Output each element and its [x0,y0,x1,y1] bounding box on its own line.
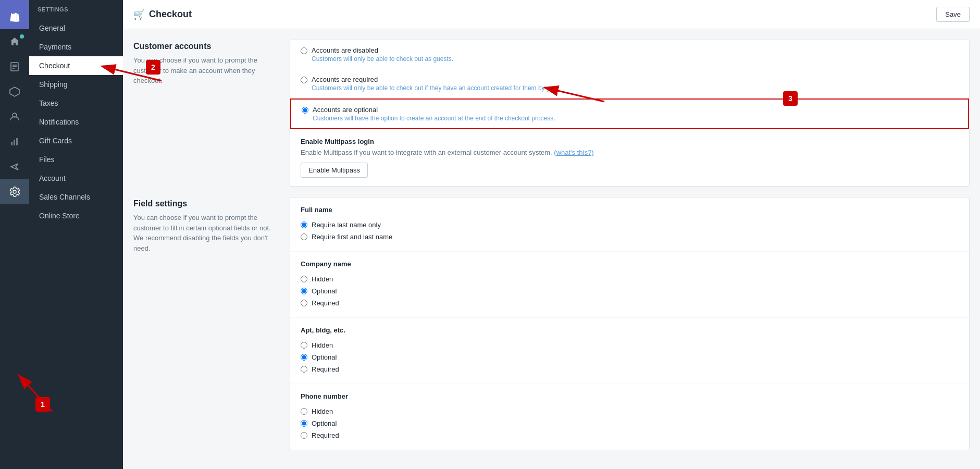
apt-label: Apt, bldg, etc. [301,326,959,334]
company-optional-radio[interactable] [301,288,307,294]
rail-analytics-icon[interactable] [0,129,29,154]
sidebar-item-account[interactable]: Account [29,169,123,188]
phone-optional[interactable]: Optional [301,417,959,429]
customer-accounts-section: Customer accounts You can choose if you … [133,40,970,187]
page-title: 🛒 Checkout [133,9,192,20]
accounts-disabled-radio[interactable] [301,47,307,54]
rail-products-icon[interactable] [0,79,29,104]
multipass-link[interactable]: (what's this?) [554,149,593,156]
customer-accounts-title: Customer accounts [133,42,279,51]
accounts-required-text: Accounts are required Customers will onl… [312,76,559,92]
company-hidden[interactable]: Hidden [301,273,959,285]
shopify-logo[interactable] [0,0,29,29]
rail-orders-icon[interactable] [0,54,29,79]
accounts-required-radio[interactable] [301,77,307,83]
save-button[interactable]: Save [936,7,970,22]
main-area: 🛒 Checkout Save Customer accounts You ca… [123,0,980,469]
company-required-radio[interactable] [301,300,307,306]
sidebar-item-gift-cards[interactable]: Gift Cards [29,131,123,150]
rail-settings-icon[interactable] [0,179,29,204]
accounts-optional-label: Accounts are optional [313,106,555,114]
customer-accounts-card: Accounts are disabled Customers will onl… [290,40,970,187]
annotation-badge-1: 1 [35,397,50,412]
apt-optional[interactable]: Optional [301,351,959,363]
apt-hidden-radio[interactable] [301,342,307,349]
annotation-badge-3: 3 [783,91,798,106]
phone-label: Phone number [301,392,959,400]
accounts-required-option[interactable]: Accounts are required Customers will onl… [290,69,969,98]
enable-multipass-button[interactable]: Enable Multipass [301,163,368,178]
phone-required[interactable]: Required [301,429,959,441]
apt-required[interactable]: Required [301,363,959,375]
full-name-first-last[interactable]: Require first and last name [301,231,959,243]
company-name-group: Company name Hidden Optional Required [290,252,969,318]
accounts-disabled-label: Accounts are disabled [312,46,453,54]
sidebar-item-checkout[interactable]: Checkout [29,56,123,75]
accounts-required-desc: Customers will only be able to check out… [312,84,559,92]
icon-rail [0,0,29,469]
sidebar-item-payments[interactable]: Payments [29,38,123,56]
accounts-optional-option[interactable]: Accounts are optional Customers will hav… [290,98,969,129]
full-name-label: Full name [301,206,959,214]
field-settings-card: Full name Require last name only Require… [290,197,970,450]
svg-rect-7 [16,138,18,145]
svg-rect-5 [11,142,13,145]
sidebar-header: SETTINGS [29,0,123,19]
accounts-disabled-option[interactable]: Accounts are disabled Customers will onl… [290,40,969,69]
sidebar-item-shipping[interactable]: Shipping [29,75,123,94]
phone-hidden[interactable]: Hidden [301,405,959,417]
accounts-optional-desc: Customers will have the option to create… [313,115,555,122]
multipass-desc: Enable Multipass if you want to integrat… [301,149,959,156]
cart-icon: 🛒 [133,9,145,20]
field-settings-left: Field settings You can choose if you wan… [133,197,279,450]
full-name-first-last-radio[interactable] [301,233,307,240]
multipass-section: Enable Multipass login Enable Multipass … [290,129,969,186]
company-optional[interactable]: Optional [301,285,959,297]
sidebar-item-files[interactable]: Files [29,150,123,169]
phone-group: Phone number Hidden Optional Required [290,384,969,450]
sidebar-item-general[interactable]: General [29,19,123,38]
multipass-title: Enable Multipass login [301,138,959,145]
rail-customers-icon[interactable] [0,104,29,129]
content-area: Customer accounts You can choose if you … [123,29,980,469]
annotation-badge-2: 2 [146,60,160,75]
rail-home-icon[interactable] [0,29,29,54]
company-hidden-radio[interactable] [301,276,307,282]
accounts-required-label: Accounts are required [312,76,559,83]
apt-hidden[interactable]: Hidden [301,339,959,351]
field-settings-title: Field settings [133,199,279,208]
rail-marketing-icon[interactable] [0,154,29,179]
full-name-last-only[interactable]: Require last name only [301,219,959,231]
sidebar-item-sales-channels[interactable]: Sales Channels [29,188,123,206]
phone-hidden-radio[interactable] [301,408,307,415]
full-name-last-only-radio[interactable] [301,221,307,228]
full-name-group: Full name Require last name only Require… [290,198,969,252]
accounts-optional-radio[interactable] [302,107,308,114]
apt-optional-radio[interactable] [301,354,307,361]
phone-optional-radio[interactable] [301,420,307,427]
accounts-disabled-text: Accounts are disabled Customers will onl… [312,46,453,63]
company-required[interactable]: Required [301,297,959,309]
svg-rect-6 [14,140,15,145]
phone-required-radio[interactable] [301,432,307,439]
apt-group: Apt, bldg, etc. Hidden Optional Required [290,318,969,384]
company-name-label: Company name [301,260,959,268]
sidebar-item-taxes[interactable]: Taxes [29,94,123,113]
apt-required-radio[interactable] [301,366,307,373]
field-settings-desc: You can choose if you want to prompt the… [133,213,279,253]
accounts-disabled-desc: Customers will only be able to check out… [312,55,453,63]
sidebar-item-online-store[interactable]: Online Store [29,206,123,225]
top-bar: 🛒 Checkout Save [123,0,980,29]
field-settings-section: Field settings You can choose if you wan… [133,197,970,450]
accounts-optional-text: Accounts are optional Customers will hav… [313,106,555,122]
sidebar-item-notifications[interactable]: Notifications [29,113,123,131]
